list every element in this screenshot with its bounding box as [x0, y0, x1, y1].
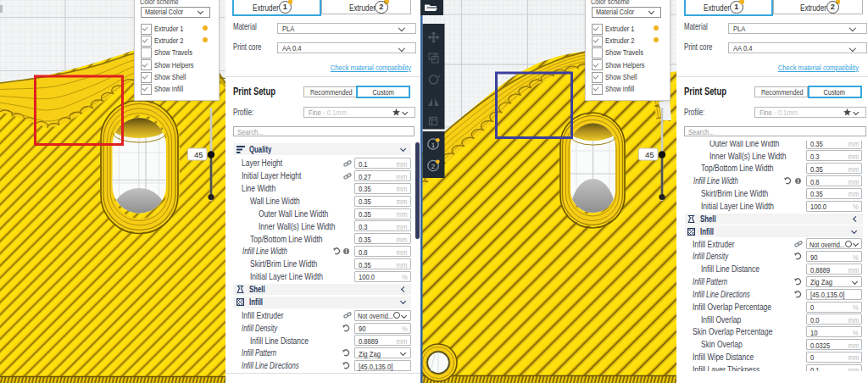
svg-text:2: 2: [431, 163, 436, 170]
svg-text:1: 1: [431, 142, 436, 149]
svg-text:45: 45: [194, 150, 203, 159]
svg-text:45: 45: [645, 150, 654, 159]
